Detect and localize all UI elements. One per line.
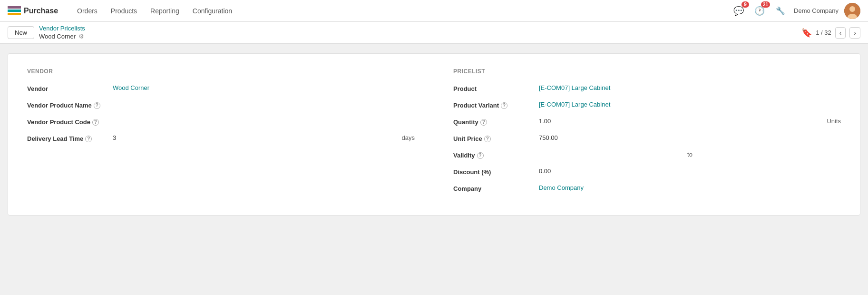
company-label: Company bbox=[453, 184, 539, 192]
app-logo[interactable]: Purchase bbox=[8, 6, 68, 16]
menu-configuration[interactable]: Configuration bbox=[187, 5, 238, 17]
unit-price-help[interactable]: ? bbox=[484, 136, 491, 142]
bookmark-icon[interactable]: 🔖 bbox=[801, 28, 812, 38]
validity-value-wrap: to bbox=[539, 151, 841, 158]
product-variant-value[interactable]: [E-COM07] Large Cabinet bbox=[539, 101, 841, 108]
wrench-icon[interactable]: 🔧 bbox=[773, 3, 788, 19]
vendor-value[interactable]: Wood Corner bbox=[113, 84, 415, 91]
delivery-lead-time-value-wrap: 3 days bbox=[113, 134, 415, 141]
product-value[interactable]: [E-COM07] Large Cabinet bbox=[539, 84, 841, 91]
app-name[interactable]: Purchase bbox=[24, 7, 58, 15]
vendor-section-title: VENDOR bbox=[27, 68, 415, 75]
clock-badge: 21 bbox=[761, 1, 770, 8]
pricelist-section-title: PRICELIST bbox=[453, 68, 841, 75]
company-value[interactable]: Demo Company bbox=[539, 184, 841, 191]
vendor-column: VENDOR Vendor Wood Corner Vendor Product… bbox=[27, 68, 434, 201]
delivery-lead-time-value: 3 bbox=[113, 134, 392, 141]
quantity-unit: Units bbox=[827, 118, 841, 125]
vendor-product-code-label: Vendor Product Code ? bbox=[27, 118, 113, 126]
vendor-product-code-row: Vendor Product Code ? bbox=[27, 118, 415, 126]
breadcrumb-links: Vendor Pricelists Wood Corner ⚙ bbox=[39, 25, 85, 41]
main-content: VENDOR Vendor Wood Corner Vendor Product… bbox=[0, 44, 868, 225]
company-name[interactable]: Demo Company bbox=[794, 7, 839, 14]
avatar-icon bbox=[844, 3, 860, 19]
discount-value: 0.00 bbox=[539, 167, 841, 175]
pager-next-button[interactable]: › bbox=[849, 27, 860, 39]
quantity-value-wrap: 1.00 Units bbox=[539, 118, 841, 125]
svg-point-1 bbox=[849, 6, 855, 12]
pager-label: 1 / 32 bbox=[816, 29, 831, 36]
validity-label: Validity ? bbox=[453, 151, 539, 159]
vendor-row: Vendor Wood Corner bbox=[27, 84, 415, 92]
chat-notification[interactable]: 💬 9 bbox=[731, 3, 746, 19]
delivery-lead-time-unit: days bbox=[402, 134, 415, 141]
delivery-lead-time-label: Delivery Lead Time ? bbox=[27, 134, 113, 142]
topnav-menu: Orders Products Reporting Configuration bbox=[71, 5, 731, 17]
topnav-right: 💬 9 🕐 21 🔧 Demo Company bbox=[731, 3, 860, 19]
form-card: VENDOR Vendor Wood Corner Vendor Product… bbox=[8, 53, 860, 216]
breadcrumb-current-label: Wood Corner bbox=[39, 33, 76, 41]
vendor-product-code-help[interactable]: ? bbox=[92, 119, 99, 126]
product-variant-help[interactable]: ? bbox=[501, 102, 507, 109]
validity-row: Validity ? to bbox=[453, 151, 841, 159]
product-label: Product bbox=[453, 84, 539, 92]
vendor-product-name-label: Vendor Product Name ? bbox=[27, 101, 113, 109]
delivery-lead-time-row: Delivery Lead Time ? 3 days bbox=[27, 134, 415, 142]
delivery-lead-time-help[interactable]: ? bbox=[85, 136, 92, 142]
product-variant-row: Product Variant ? [E-COM07] Large Cabine… bbox=[453, 101, 841, 109]
logo-icon bbox=[8, 6, 21, 16]
breadcrumb-parent[interactable]: Vendor Pricelists bbox=[39, 25, 85, 33]
breadcrumb-left: New Vendor Pricelists Wood Corner ⚙ bbox=[8, 25, 85, 41]
discount-label: Discount (%) bbox=[453, 167, 539, 176]
menu-reporting[interactable]: Reporting bbox=[145, 5, 185, 17]
avatar[interactable] bbox=[844, 3, 860, 19]
breadcrumb-right: 🔖 1 / 32 ‹ › bbox=[801, 27, 860, 39]
unit-price-label: Unit Price ? bbox=[453, 134, 539, 142]
vendor-label: Vendor bbox=[27, 84, 113, 92]
quantity-row: Quantity ? 1.00 Units bbox=[453, 118, 841, 126]
quantity-help[interactable]: ? bbox=[480, 119, 487, 126]
menu-orders[interactable]: Orders bbox=[71, 5, 103, 17]
menu-products[interactable]: Products bbox=[105, 5, 143, 17]
clock-notification[interactable]: 🕐 21 bbox=[752, 3, 767, 19]
validity-to: to bbox=[687, 151, 692, 158]
new-button[interactable]: New bbox=[8, 26, 34, 39]
unit-price-value: 750.00 bbox=[539, 134, 841, 141]
product-variant-label: Product Variant ? bbox=[453, 101, 539, 109]
unit-price-row: Unit Price ? 750.00 bbox=[453, 134, 841, 142]
vendor-product-name-row: Vendor Product Name ? bbox=[27, 101, 415, 109]
quantity-label: Quantity ? bbox=[453, 118, 539, 126]
form-columns: VENDOR Vendor Wood Corner Vendor Product… bbox=[27, 68, 841, 201]
breadcrumb-current: Wood Corner ⚙ bbox=[39, 33, 85, 41]
discount-row: Discount (%) 0.00 bbox=[453, 167, 841, 176]
company-row: Company Demo Company bbox=[453, 184, 841, 192]
validity-help[interactable]: ? bbox=[477, 152, 484, 159]
topnav: Purchase Orders Products Reporting Confi… bbox=[0, 0, 868, 22]
pricelist-column: PRICELIST Product [E-COM07] Large Cabine… bbox=[434, 68, 841, 201]
quantity-value: 1.00 bbox=[539, 118, 817, 125]
gear-icon[interactable]: ⚙ bbox=[78, 33, 84, 41]
product-row: Product [E-COM07] Large Cabinet bbox=[453, 84, 841, 92]
vendor-product-name-help[interactable]: ? bbox=[94, 102, 100, 109]
breadcrumb-bar: New Vendor Pricelists Wood Corner ⚙ 🔖 1 … bbox=[0, 22, 868, 44]
chat-badge: 9 bbox=[741, 1, 749, 8]
pager-prev-button[interactable]: ‹ bbox=[835, 27, 846, 39]
